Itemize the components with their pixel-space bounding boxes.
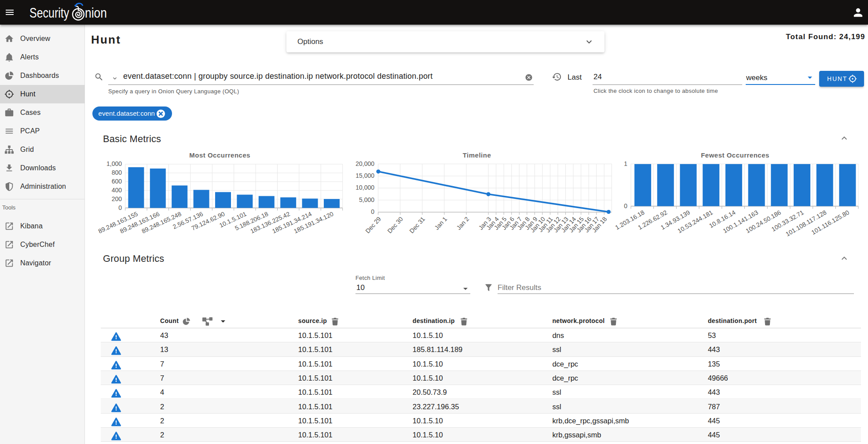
svg-text:10,000: 10,000: [355, 184, 374, 191]
svg-text:20,000: 20,000: [355, 160, 374, 167]
svg-text:400: 400: [112, 187, 122, 194]
svg-text:Jan 2: Jan 2: [455, 215, 470, 231]
svg-text:Fewest Occurrences: Fewest Occurrences: [701, 151, 769, 159]
svg-text:1: 1: [624, 160, 627, 167]
svg-text:600: 600: [112, 178, 122, 185]
svg-text:1,000: 1,000: [106, 160, 122, 167]
svg-text:5,000: 5,000: [359, 196, 374, 203]
svg-text:Dec 30: Dec 30: [386, 215, 404, 235]
svg-text:Most Occurrences: Most Occurrences: [189, 151, 250, 159]
svg-text:15,000: 15,000: [355, 172, 374, 179]
svg-text:Dec 29: Dec 29: [364, 215, 382, 235]
svg-text:Jan 1: Jan 1: [433, 215, 448, 231]
svg-text:200: 200: [112, 195, 122, 202]
svg-text:Timeline: Timeline: [463, 151, 491, 159]
svg-text:0: 0: [118, 204, 122, 211]
svg-text:0: 0: [624, 202, 627, 209]
svg-text:800: 800: [112, 169, 122, 176]
svg-text:101.116.125.80: 101.116.125.80: [810, 209, 851, 236]
svg-text:0: 0: [371, 208, 374, 215]
svg-text:Dec 31: Dec 31: [408, 215, 426, 235]
